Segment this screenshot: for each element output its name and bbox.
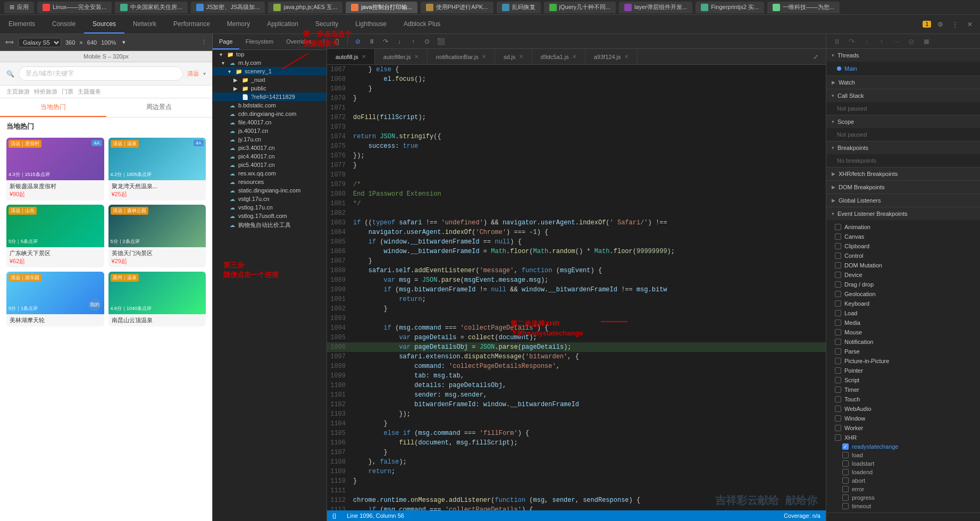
thread-main[interactable]: Main (826, 64, 980, 73)
bp-geolocation[interactable]: Geolocation (826, 289, 980, 299)
card-2[interactable]: 清远｜温泉 4A 4.2分｜1805条点评 聚龙湾天然温泉... ¥25起 (108, 138, 206, 200)
deactivate-icon[interactable]: ⊙ (421, 36, 433, 47)
xhr-sub-load[interactable]: load (826, 451, 980, 459)
bp-control[interactable]: Control (826, 251, 980, 260)
tree-vstlog-17usoft-com[interactable]: ☁vstlog.17usoft.com (213, 212, 326, 220)
tree-file-40017-cn[interactable]: ☁file.40017.cn (213, 118, 326, 127)
close-tab-icon[interactable]: ✕ (572, 54, 576, 60)
bp-mouse[interactable]: Mouse (826, 327, 980, 337)
tree-public[interactable]: ▶ 📁 public (213, 84, 326, 93)
bp-script[interactable]: Script (826, 375, 980, 385)
bp-webaudio[interactable]: WebAudio (826, 404, 980, 414)
card-5[interactable]: 清远｜游乐园 5分｜1条点评 我的 美林湖摩天轮 (6, 272, 104, 326)
code-tab-autofiller[interactable]: autofiller.js ✕ (375, 49, 428, 64)
tree-购物兔自动比价工具[interactable]: ☁购物兔自动比价工具 (213, 220, 326, 230)
bp-window[interactable]: Window (826, 414, 980, 423)
step-out-btn[interactable]: ↑ (875, 35, 888, 48)
code-tab-d9dc[interactable]: d9dc5a1.js ✕ (532, 49, 585, 64)
tab-sources[interactable]: Sources (84, 15, 124, 33)
tree-jy-17u-cn[interactable]: ☁jy.17u.cn (213, 135, 326, 144)
bp-worker[interactable]: Worker (826, 423, 980, 433)
card-1[interactable]: 清远｜度假村 4A 4.3分｜1515条点评 新银盏温泉度假村 ¥90起 (6, 138, 104, 200)
browser-tab-javaphp[interactable]: java,php,js;AES 互... (268, 2, 342, 13)
browser-tab-apps[interactable]: ⊞ 应用 (4, 2, 34, 13)
tab-nearby[interactable]: 周边景点 (106, 98, 213, 117)
tree-static-dingxiang-inc-com[interactable]: ☁static.dingxiang-inc.com (213, 186, 326, 195)
bp-clipboard[interactable]: Clipboard (826, 241, 980, 251)
browser-tab-jquery[interactable]: jQuery几十种不同... (544, 2, 616, 13)
tab-console[interactable]: Console (44, 15, 84, 33)
bp-keyboard[interactable]: Keyboard (826, 299, 980, 308)
code-tab-autofill[interactable]: autofill.js ✕ (327, 49, 375, 64)
subtab-filesystem[interactable]: Filesystem (239, 34, 280, 49)
xhr-sub-error[interactable]: error (826, 485, 980, 493)
subtab-overrides[interactable]: Overrides (280, 34, 318, 49)
browser-tab-console[interactable]: java控制台打印输... (346, 2, 417, 13)
browser-tab-china[interactable]: 中央国家机关住房... (115, 2, 187, 13)
tree-nuxt[interactable]: ▶ 📁 _nuxt (213, 75, 326, 84)
step-out-icon[interactable]: ↑ (407, 36, 419, 47)
xhr-sub-loadend[interactable]: loadend (826, 468, 980, 476)
tab-memory[interactable]: Memory (219, 15, 258, 33)
browser-tab-jsaes[interactable]: JS加密、JS高级加... (191, 2, 265, 13)
stop-icon[interactable]: ⬛ (435, 36, 447, 47)
tree-resources[interactable]: ☁resources (213, 178, 326, 186)
tab-adblock[interactable]: Adblock Plus (395, 15, 449, 33)
bp-load[interactable]: Load (826, 308, 980, 318)
event-listeners-header[interactable]: ▾ Event Listener Breakpoints (826, 207, 980, 220)
browser-tab-linux[interactable]: Linux——完全安装... (37, 2, 112, 13)
tab-network[interactable]: Network (124, 15, 165, 33)
close-tab-icon[interactable]: ✕ (624, 54, 629, 60)
stop-btn[interactable]: ⏹ (920, 35, 933, 48)
tree-vstlog-17u-cn[interactable]: ☁vstlog.17u.cn (213, 203, 326, 212)
bp-animation[interactable]: Animation (826, 222, 980, 232)
xhr-sub-loadstart[interactable]: loadstart (826, 459, 980, 468)
tree-pic4-40017-cn[interactable]: ☁pic4.40017.cn (213, 152, 326, 161)
pause-on-exceptions-icon[interactable]: ⏸ (366, 36, 378, 47)
subtab-page[interactable]: Page (213, 34, 239, 49)
deactivate-all-btn[interactable]: ⊘ (905, 35, 918, 48)
browser-tab-apk[interactable]: 使用PHP进行APK... (421, 2, 493, 13)
browser-tab-layer[interactable]: layer弹层组件开发... (619, 2, 692, 13)
xhr-sub-timeout[interactable]: timeout (826, 502, 980, 510)
browser-tab-fp[interactable]: Fingerprintjs2 实... (696, 2, 764, 13)
bp-picture-in-picture[interactable]: Picture-in-Picture (826, 356, 980, 366)
step-into-btn[interactable]: ↓ (860, 35, 873, 48)
step-over-btn[interactable]: ↷ (845, 35, 858, 48)
zoom-dropdown-icon[interactable]: ▾ (122, 39, 125, 46)
bp-pointer[interactable]: Pointer (826, 366, 980, 375)
browser-tab-luanma[interactable]: 乱码恢复 (497, 2, 541, 13)
code-tab-notificationbar[interactable]: notificationBar.js ✕ (428, 49, 495, 64)
step-over-icon[interactable]: ↷ (380, 36, 391, 47)
bp-drag---drop[interactable]: Drag / drop (826, 280, 980, 289)
tree-mlycom[interactable]: ▾ ☁ m.ly.com (213, 58, 326, 67)
close-tab-icon[interactable]: ✕ (362, 54, 366, 60)
card-6[interactable]: 惠州｜温泉 4.6分｜1040条点评 南昆山云顶温泉 (108, 272, 206, 326)
code-tab-a93f[interactable]: a93f124.js ✕ (585, 49, 638, 64)
bp-parse[interactable]: Parse (826, 347, 980, 356)
tab-local-hot[interactable]: 当地热门 (0, 98, 106, 117)
callstack-header[interactable]: ▾ Call Stack (826, 89, 980, 102)
location-btn[interactable]: 清远 (187, 70, 199, 78)
watch-header[interactable]: ▶ Watch (826, 76, 980, 89)
tree-pic3-40017-cn[interactable]: ☁pic3.40017.cn (213, 144, 326, 152)
tree-res-wx-qq-com[interactable]: ☁res.wx.qq.com (213, 169, 326, 178)
device-selector[interactable]: Galaxy S5 (18, 38, 61, 47)
step-into-icon[interactable]: ↓ (393, 36, 405, 47)
close-tab-icon[interactable]: ✕ (482, 54, 486, 60)
tree-scenery[interactable]: ▾ 📁 scenery_1 (213, 67, 326, 75)
tree-b-bdstatic-com[interactable]: ☁b.bdstatic.com (213, 101, 326, 110)
bp-xhr[interactable]: XHR (826, 433, 980, 442)
close-tab-icon[interactable]: ✕ (414, 54, 418, 60)
search-input[interactable]: 景点/城市/关键字 (19, 66, 183, 81)
tree-cdn-dingxiang-inc-com[interactable]: ☁cdn.dingxiang-inc.com (213, 110, 326, 118)
format-icon[interactable]: {} (331, 36, 343, 47)
breakpoints-header[interactable]: ▾ Breakpoints (826, 141, 980, 154)
dom-breakpoints-header[interactable]: ▶ DOM Breakpoints (826, 181, 980, 194)
bp-media[interactable]: Media (826, 318, 980, 327)
more-options-icon[interactable]: ⋮ (949, 19, 961, 30)
bp-canvas[interactable]: Canvas (826, 232, 980, 241)
expand-code-icon[interactable]: ⤢ (810, 51, 822, 63)
close-devtools-icon[interactable]: ✕ (964, 19, 976, 30)
tree-vstgl-17u-cn[interactable]: ☁vstgl.17u.cn (213, 195, 326, 203)
